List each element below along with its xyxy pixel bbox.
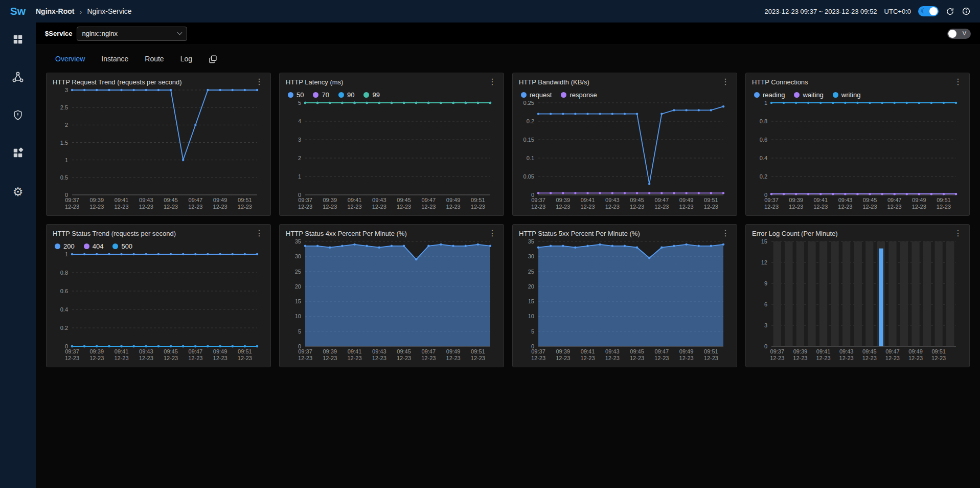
svg-text:0.2: 0.2 [60,325,68,331]
legend-item[interactable]: 70 [313,91,329,99]
svg-text:12-23: 12-23 [816,355,830,361]
kebab-menu-icon[interactable]: ⋮ [720,78,731,85]
svg-text:0.2: 0.2 [760,173,767,180]
svg-text:09:37: 09:37 [298,348,312,354]
svg-text:12-23: 12-23 [704,355,718,361]
chart-card: HTTP Status 5xx Percent Per Minute (%) ⋮… [512,224,737,367]
legend-label: 90 [347,91,354,99]
legend-item[interactable]: writing [833,91,861,99]
svg-text:09:37: 09:37 [764,197,779,203]
svg-text:09:47: 09:47 [887,197,902,203]
svg-text:15: 15 [761,238,767,245]
svg-text:12-23: 12-23 [347,204,361,210]
topbar: Sw Nginx-Root › Nginx-Service 2023-12-23… [0,0,980,23]
kebab-menu-icon[interactable]: ⋮ [254,78,264,85]
timezone-label[interactable]: UTC+0:0 [884,8,911,15]
svg-text:12-23: 12-23 [164,355,178,361]
svg-text:0.4: 0.4 [60,306,68,313]
svg-text:09:51: 09:51 [238,197,252,203]
topbar-right: 2023-12-23 09:37 ~ 2023-12-23 09:52 UTC+… [765,6,980,16]
legend-dot [338,92,344,98]
legend-item[interactable]: 50 [288,91,304,99]
svg-text:09:51: 09:51 [704,197,718,203]
chart-plot: 0510152025303509:3712-2309:3912-2309:411… [519,237,731,363]
view-toggle[interactable]: V [947,29,971,39]
svg-text:12-23: 12-23 [323,204,337,210]
dashboard-content: Overview Instance Route Log HTTP Request… [36,45,980,488]
kebab-menu-icon[interactable]: ⋮ [953,78,963,85]
chart-card-header: HTTP Connections ⋮ [752,78,963,86]
legend-item[interactable]: 500 [112,242,132,250]
info-icon[interactable] [962,7,971,16]
service-select[interactable]: nginx::nginx [77,27,187,41]
svg-text:1: 1 [65,251,68,257]
breadcrumb-current[interactable]: Nginx-Service [87,7,131,15]
svg-text:25: 25 [528,269,534,275]
tab-overview[interactable]: Overview [55,55,85,63]
svg-text:12-23: 12-23 [679,355,694,361]
kebab-menu-icon[interactable]: ⋮ [487,78,497,85]
legend-item[interactable]: 99 [363,91,379,99]
svg-text:09:41: 09:41 [816,348,831,354]
svg-text:12-23: 12-23 [397,204,411,210]
svg-text:09:43: 09:43 [139,348,153,354]
legend-item[interactable]: 404 [84,242,104,250]
legend-label: 500 [121,242,132,250]
kebab-menu-icon[interactable]: ⋮ [720,230,731,237]
svg-text:09:49: 09:49 [446,197,461,203]
legend-item[interactable]: 90 [338,91,354,99]
svg-text:09:37: 09:37 [531,348,545,354]
svg-text:12-23: 12-23 [813,204,828,210]
svg-text:12-23: 12-23 [114,355,128,361]
kebab-menu-icon[interactable]: ⋮ [254,230,264,237]
legend-item[interactable]: 200 [55,242,75,250]
app-logo[interactable]: Sw [0,5,36,17]
legend-dot [112,243,118,249]
legend-dot [833,92,838,98]
tab-log[interactable]: Log [180,55,192,63]
kebab-menu-icon[interactable]: ⋮ [953,230,963,237]
tab-route[interactable]: Route [145,55,164,63]
copy-icon[interactable] [209,55,217,63]
tab-instance[interactable]: Instance [101,55,128,63]
legend-item[interactable]: waiting [794,91,823,99]
svg-text:09:39: 09:39 [793,348,808,354]
dashboard-toolbar: $Service nginx::nginx V [36,23,980,45]
svg-text:12-23: 12-23 [238,355,252,361]
theme-toggle-knob [929,7,938,15]
svg-text:12-23: 12-23 [164,204,178,210]
svg-text:0.15: 0.15 [523,137,534,143]
svg-text:09:39: 09:39 [789,197,803,203]
kebab-menu-icon[interactable]: ⋮ [487,230,497,237]
svg-text:09:49: 09:49 [912,197,926,203]
svg-text:09:43: 09:43 [139,197,153,203]
topology-icon [12,71,24,85]
legend-dot [288,92,293,98]
sidebar-item-marketplace[interactable] [11,147,25,161]
chart-card-header: HTTP Bandwidth (KB/s) ⋮ [519,78,731,86]
sidebar-item-topology[interactable] [11,72,25,85]
svg-text:09:41: 09:41 [814,197,828,203]
sidebar-item-settings[interactable]: ⚙ [11,185,25,198]
svg-text:12-23: 12-23 [556,355,570,361]
legend-item[interactable]: request [521,91,552,99]
svg-text:2: 2 [298,155,301,161]
time-range-picker[interactable]: 2023-12-23 09:37 ~ 2023-12-23 09:52 [765,8,877,15]
svg-text:09:47: 09:47 [885,348,900,354]
svg-text:09:41: 09:41 [581,197,595,203]
legend-item[interactable]: reading [754,91,785,99]
legend-label: request [530,91,552,99]
theme-toggle[interactable]: ☾ [918,6,939,16]
svg-text:12-23: 12-23 [446,204,461,210]
refresh-icon[interactable] [946,7,954,16]
breadcrumb-root[interactable]: Nginx-Root [36,7,74,15]
sidebar-item-dashboards[interactable] [11,34,25,47]
svg-text:09:43: 09:43 [838,197,853,203]
svg-text:0: 0 [764,343,767,349]
svg-text:12-23: 12-23 [838,204,852,210]
svg-text:5: 5 [298,100,301,106]
chevron-down-icon [177,30,182,35]
sidebar-item-alerting[interactable] [11,109,25,123]
legend-item[interactable]: response [561,91,597,99]
svg-text:12-23: 12-23 [789,204,803,210]
